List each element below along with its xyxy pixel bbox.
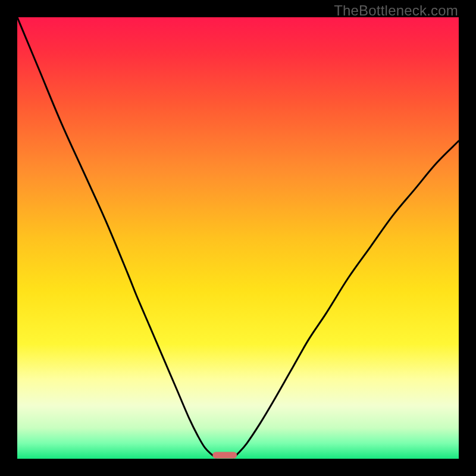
gradient-background	[17, 17, 459, 459]
watermark-text: TheBottleneck.com	[334, 2, 458, 19]
chart-svg	[17, 17, 459, 459]
plot-area	[17, 17, 459, 459]
chart-frame: TheBottleneck.com	[0, 0, 476, 476]
bottleneck-marker	[212, 452, 237, 459]
